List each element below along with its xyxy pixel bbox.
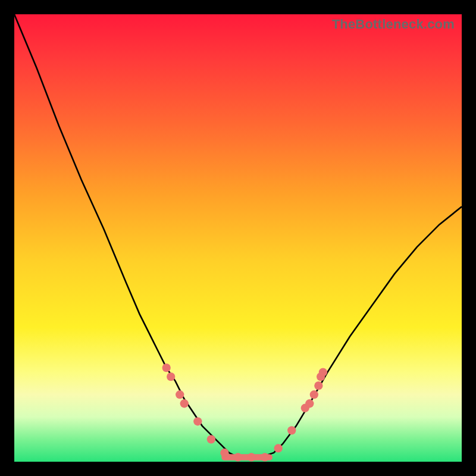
plot-area: TheBottleneck.com: [14, 14, 462, 462]
chart-svg: [14, 14, 462, 462]
data-marker: [220, 449, 228, 457]
data-marker: [234, 453, 242, 461]
data-marker: [261, 453, 269, 461]
performance-curve: [14, 14, 462, 457]
data-marker: [193, 417, 202, 425]
data-marker: [207, 435, 215, 443]
data-marker: [310, 390, 318, 399]
chart-stage: TheBottleneck.com: [0, 0, 476, 476]
watermark-label: TheBottleneck.com: [332, 17, 455, 32]
data-marker: [167, 372, 175, 381]
data-marker: [180, 399, 189, 408]
data-marker: [247, 453, 255, 461]
data-marker: [319, 368, 327, 376]
marker-group: [162, 364, 327, 462]
data-marker: [176, 390, 184, 399]
data-marker: [287, 426, 296, 434]
data-marker: [274, 444, 283, 452]
data-marker: [314, 381, 322, 390]
data-marker: [305, 399, 314, 408]
data-marker: [162, 364, 171, 372]
